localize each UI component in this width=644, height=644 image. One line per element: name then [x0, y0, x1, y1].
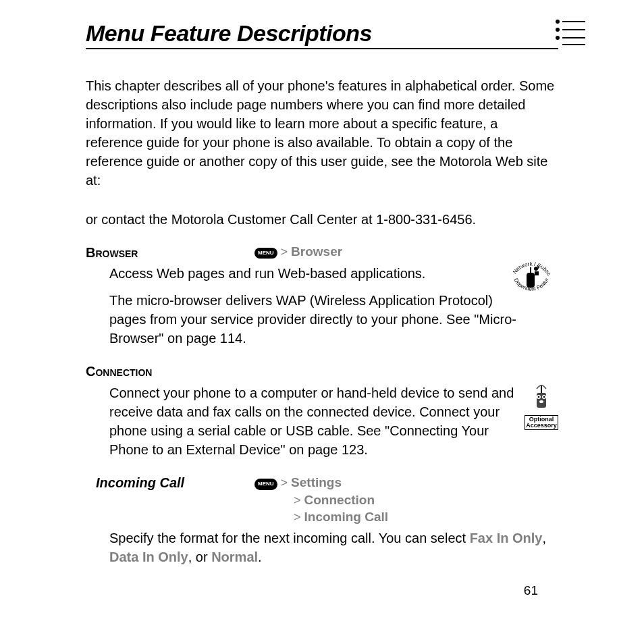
svg-point-1	[556, 28, 560, 32]
svg-point-0	[556, 20, 560, 24]
connection-heading: Connection	[86, 364, 152, 379]
connection-section-head: Connection	[86, 363, 558, 380]
optional-accessory-icon: Optional Accessory	[525, 383, 558, 430]
browser-heading: Browser	[86, 245, 138, 260]
svg-point-17	[543, 396, 545, 398]
optional-label-2: Accessory	[526, 422, 557, 429]
svg-rect-12	[535, 271, 539, 275]
incoming-heading: Incoming Call	[86, 475, 184, 490]
connection-desc: Optional Accessory Connect your phone to…	[109, 383, 558, 459]
incoming-menu-path: MENU > Settings MENU > Connection MENU >…	[254, 474, 558, 526]
svg-point-2	[556, 36, 560, 40]
incoming-desc-pre: Specify the format for the next incoming…	[109, 531, 470, 545]
connection-desc-text: Connect your phone to a computer or hand…	[109, 385, 514, 457]
bullet-list-icon	[556, 19, 585, 49]
option-data: Data In Only	[109, 549, 188, 564]
browser-section-head: Browser MENU > Browser	[86, 244, 558, 261]
intro-paragraph: This chapter describes all of your phone…	[86, 76, 558, 190]
svg-text:Network / Subscription: Network / Subscription	[504, 250, 552, 277]
browser-menu-path: Browser	[291, 244, 342, 259]
option-normal: Normal	[211, 549, 258, 564]
page-number: 61	[86, 583, 558, 598]
browser-desc-1: Network / Subscription Dependent Feature…	[109, 264, 558, 283]
svg-point-16	[538, 396, 540, 398]
svg-rect-9	[527, 273, 535, 288]
svg-point-18	[539, 400, 543, 403]
menu-key-icon: MENU	[254, 479, 277, 490]
contact-paragraph: or contact the Motorola Customer Call Ce…	[86, 210, 558, 229]
page-title: Menu Feature Descriptions	[86, 20, 558, 47]
menu-key-icon: MENU	[254, 248, 277, 259]
option-fax: Fax In Only	[470, 531, 543, 545]
title-row: Menu Feature Descriptions	[86, 20, 558, 49]
incoming-desc: Specify the format for the next incoming…	[109, 529, 558, 566]
browser-desc-1-text: Access Web pages and run Web-based appli…	[109, 266, 425, 281]
incoming-section-head: Incoming Call MENU > Settings MENU > Con…	[86, 474, 558, 526]
browser-desc-2: The micro-browser delivers WAP (Wireless…	[109, 291, 558, 348]
separator: >	[281, 245, 292, 259]
